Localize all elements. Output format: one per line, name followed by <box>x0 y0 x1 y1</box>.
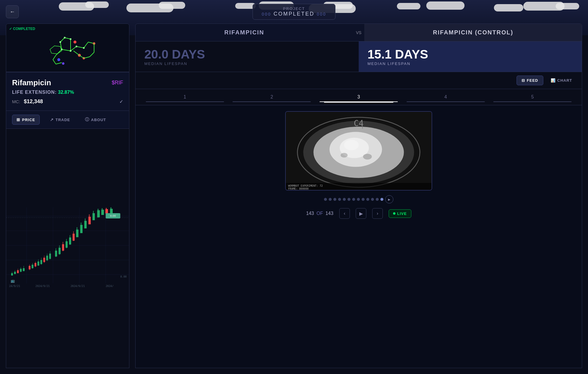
page-tab-1[interactable]: 1 <box>141 92 228 102</box>
controls-row: ⊟ FEED 📊 CHART <box>135 72 582 89</box>
svg-text:|: | <box>361 123 364 129</box>
svg-rect-43 <box>11 273 13 276</box>
svg-line-0 <box>56 49 62 55</box>
video-container: C4 | WORMBOT EXPERIMENT: 72 FRAME: 00000… <box>135 105 582 368</box>
dots-row: ▶ <box>324 195 393 203</box>
svg-point-26 <box>70 50 71 52</box>
svg-line-20 <box>79 55 84 58</box>
back-button[interactable]: ← <box>6 5 19 18</box>
left-sidebar: ✓ COMPLETED <box>6 24 129 368</box>
molecule-card: ✓ COMPLETED <box>6 24 129 72</box>
dot-7[interactable] <box>352 198 355 201</box>
drug-a-stats: 20.0 DAYS MEDIAN LIFESPAN <box>136 41 359 72</box>
life-ext-label: LIFE EXTENSION: <box>12 90 57 95</box>
svg-rect-51 <box>23 268 25 271</box>
nav-row: 143 OF 143 ‹ ▶ › LIVE <box>306 208 411 219</box>
molecule-image <box>6 24 129 72</box>
dot-12[interactable] <box>376 198 379 201</box>
drug-b-label: RIFAMPICIN (CONTROL) <box>364 24 582 41</box>
page-tab-4[interactable]: 4 <box>402 92 489 102</box>
dot-4[interactable] <box>338 198 341 201</box>
dots-left: 000 <box>262 12 271 16</box>
svg-line-6 <box>53 55 56 60</box>
dot-6[interactable] <box>348 198 350 201</box>
svg-rect-57 <box>35 263 36 266</box>
play-nav-button[interactable]: ▶ <box>356 208 366 219</box>
chart-button[interactable]: 📊 CHART <box>546 76 577 85</box>
dots-right: 000 <box>317 12 326 16</box>
trade-tab[interactable]: ↗ TRADE <box>46 115 75 125</box>
svg-rect-65 <box>46 256 48 260</box>
svg-point-112 <box>344 140 359 150</box>
vs-divider: VS <box>353 30 365 35</box>
dot-8[interactable] <box>357 198 360 201</box>
dot-3[interactable] <box>333 198 336 201</box>
chart-svg: 0.00 📺 24/9/21 2024/9/21 2024/9/21 2024/… <box>6 129 129 368</box>
drug-name: Rifampicin <box>12 78 51 87</box>
svg-point-25 <box>61 49 63 50</box>
page-tab-5[interactable]: 5 <box>489 92 576 102</box>
svg-rect-85 <box>84 221 87 228</box>
page-tab-2[interactable]: 2 <box>228 92 315 102</box>
svg-text:2024/9/21: 2024/9/21 <box>71 285 85 288</box>
svg-rect-89 <box>93 213 95 220</box>
dot-10[interactable] <box>366 198 369 201</box>
main-layout: ✓ COMPLETED <box>0 24 588 374</box>
play-button[interactable]: ▶ <box>385 195 393 203</box>
completed-badge: ✓ COMPLETED <box>9 27 35 31</box>
molecule-svg <box>32 26 103 70</box>
svg-line-1 <box>62 49 71 51</box>
dot-2[interactable] <box>329 198 332 201</box>
drug-b-lifespan: MEDIAN LIFESPAN <box>368 61 428 66</box>
prev-button[interactable]: ‹ <box>339 208 350 219</box>
mc-value: $12,348 <box>24 98 43 104</box>
check-icon: ✓ <box>119 99 123 104</box>
svg-rect-95 <box>105 209 108 213</box>
dot-11[interactable] <box>371 198 374 201</box>
mc-label: MC: <box>12 99 20 104</box>
svg-line-19 <box>74 51 79 55</box>
right-content: RIFAMPICIN VS RIFAMPICIN (CONTROL) 20.0 … <box>135 24 582 368</box>
svg-line-3 <box>76 46 84 48</box>
nav-counter: 143 OF 143 <box>306 211 333 216</box>
trade-icon: ↗ <box>50 117 54 122</box>
drug-a-days: 20.0 DAYS <box>144 47 205 61</box>
next-button[interactable]: › <box>372 208 383 219</box>
svg-point-18 <box>62 62 64 65</box>
dot-5[interactable] <box>343 198 346 201</box>
feed-button[interactable]: ⊟ FEED <box>517 76 543 85</box>
svg-rect-93 <box>101 210 104 215</box>
svg-text:0.00: 0.00 <box>110 214 116 217</box>
svg-rect-49 <box>20 269 22 272</box>
comparison-header: RIFAMPICIN VS RIFAMPICIN (CONTROL) <box>135 24 582 41</box>
svg-point-15 <box>74 41 76 44</box>
svg-text:WORMBOT EXPERIMENT: 72: WORMBOT EXPERIMENT: 72 <box>288 184 323 187</box>
svg-text:2024/9/21: 2024/9/21 <box>36 285 50 288</box>
svg-text:24/9/21: 24/9/21 <box>9 285 20 288</box>
dot-13[interactable] <box>380 198 383 201</box>
dot-9[interactable] <box>362 198 365 201</box>
price-tab[interactable]: ⊞ PRICE <box>12 115 40 125</box>
svg-point-29 <box>59 41 61 43</box>
drug-ticker: $RIF <box>112 80 123 86</box>
svg-rect-69 <box>55 251 57 256</box>
page-tab-3[interactable]: 3 <box>315 92 402 102</box>
drug-a-lifespan: MEDIAN LIFESPAN <box>144 61 205 66</box>
svg-text:2024/: 2024/ <box>106 285 113 288</box>
svg-point-27 <box>76 46 77 47</box>
feed-icon: ⊟ <box>522 78 525 83</box>
svg-text:📺: 📺 <box>11 278 15 283</box>
video-placeholder: C4 | WORMBOT EXPERIMENT: 72 FRAME: 00000… <box>286 112 432 190</box>
about-icon: ⓘ <box>85 117 89 122</box>
status-text: COMPLETED <box>273 11 314 17</box>
svg-point-113 <box>363 154 372 160</box>
dot-1[interactable] <box>324 198 327 201</box>
svg-text:FRAME: 000000: FRAME: 000000 <box>288 187 309 190</box>
petri-dish-view: C4 | WORMBOT EXPERIMENT: 72 FRAME: 00000… <box>286 111 432 191</box>
svg-rect-77 <box>69 238 71 245</box>
svg-rect-91 <box>97 210 100 217</box>
svg-rect-47 <box>17 270 19 273</box>
pagination-tabs: 1 2 3 4 5 <box>135 89 582 105</box>
about-tab[interactable]: ⓘ ABOUT <box>81 114 111 125</box>
svg-rect-87 <box>88 217 91 224</box>
